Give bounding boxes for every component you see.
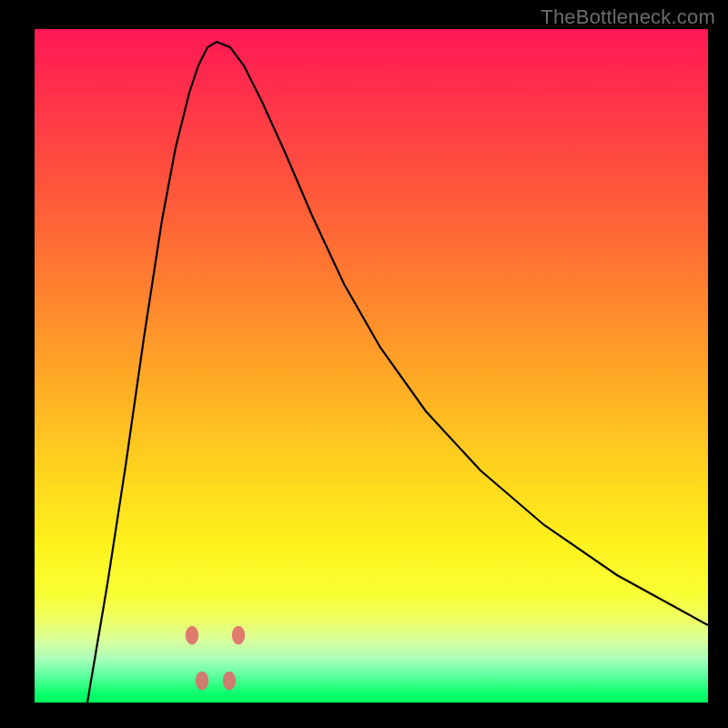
data-marker [232,626,245,645]
bottleneck-curve [87,42,708,703]
marker-group [186,626,245,691]
chart-frame: TheBottleneck.com [0,0,728,728]
data-marker [186,626,198,645]
data-marker [223,672,236,691]
curve-layer [35,29,708,703]
plot-area [35,29,708,703]
watermark-text: TheBottleneck.com [541,5,715,29]
data-marker [196,672,208,691]
